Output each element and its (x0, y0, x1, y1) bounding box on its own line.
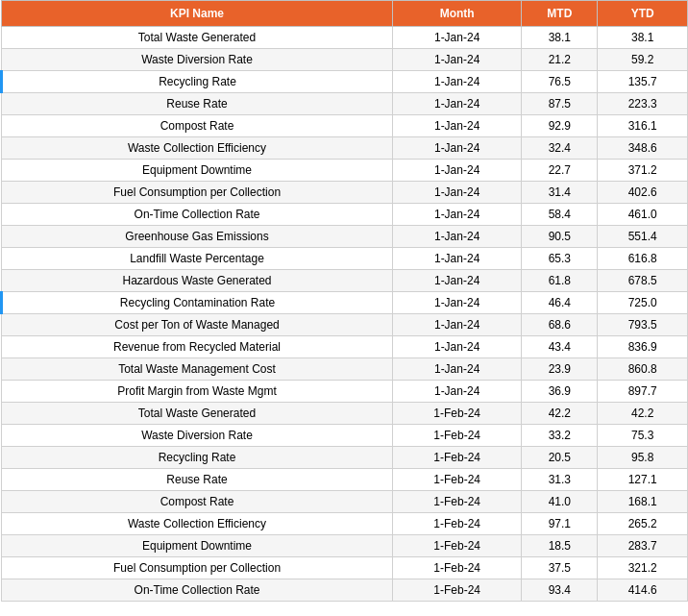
table-row: On-Time Collection Rate1-Jan-2458.4461.0 (2, 204, 688, 226)
table-cell: Reuse Rate (2, 93, 393, 115)
table-row: Recycling Rate1-Jan-2476.5135.7 (2, 71, 688, 93)
table-cell: 1-Feb-24 (393, 425, 522, 447)
table-cell: 793.5 (598, 314, 688, 336)
table-cell: Revenue from Recycled Material (2, 336, 393, 358)
table-row: Reuse Rate1-Jan-2487.5223.3 (2, 93, 688, 115)
table-cell: 321.2 (598, 557, 688, 579)
table-cell: 1-Jan-24 (393, 93, 522, 115)
table-cell: 36.9 (522, 381, 598, 403)
table-cell: 1-Jan-24 (393, 336, 522, 358)
table-cell: 1-Feb-24 (393, 513, 522, 535)
table-cell: 1-Jan-24 (393, 314, 522, 336)
table-cell: 75.3 (598, 425, 688, 447)
table-cell: Waste Collection Efficiency (2, 513, 393, 535)
table-row: Equipment Downtime1-Jan-2422.7371.2 (2, 160, 688, 182)
table-cell: 1-Jan-24 (393, 270, 522, 292)
table-cell: 1-Jan-24 (393, 27, 522, 49)
table-cell: 31.3 (522, 469, 598, 491)
table-cell: 58.4 (522, 204, 598, 226)
table-cell: 42.2 (598, 403, 688, 425)
table-cell: Recycling Rate (2, 71, 393, 93)
table-cell: 127.1 (598, 469, 688, 491)
table-cell: Equipment Downtime (2, 160, 393, 182)
table-cell: 1-Feb-24 (393, 403, 522, 425)
col-header-ytd: YTD (598, 1, 688, 27)
table-cell: 1-Feb-24 (393, 447, 522, 469)
table-row: Compost Rate1-Feb-2441.0168.1 (2, 491, 688, 513)
table-cell: 20.5 (522, 447, 598, 469)
col-header-mtd: MTD (522, 1, 598, 27)
table-cell: Landfill Waste Percentage (2, 248, 393, 270)
table-cell: 76.5 (522, 71, 598, 93)
table-cell: On-Time Collection Rate (2, 204, 393, 226)
table-cell: 1-Jan-24 (393, 137, 522, 160)
table-cell: Waste Diversion Rate (2, 425, 393, 447)
table-cell: 1-Jan-24 (393, 71, 522, 93)
table-cell: Cost per Ton of Waste Managed (2, 314, 393, 336)
table-cell: 93.4 (522, 579, 598, 602)
table-cell: Profit Margin from Waste Mgmt (2, 381, 393, 403)
table-row: Waste Diversion Rate1-Feb-2433.275.3 (2, 425, 688, 447)
table-cell: 551.4 (598, 226, 688, 248)
table-cell: 1-Jan-24 (393, 248, 522, 270)
table-row: Reuse Rate1-Feb-2431.3127.1 (2, 469, 688, 491)
table-cell: 37.5 (522, 557, 598, 579)
table-cell: Fuel Consumption per Collection (2, 182, 393, 204)
table-cell: 38.1 (598, 27, 688, 49)
table-row: Recycling Contamination Rate1-Jan-2446.4… (2, 292, 688, 314)
table-cell: 1-Feb-24 (393, 557, 522, 579)
table-cell: 1-Feb-24 (393, 535, 522, 557)
table-row: Waste Collection Efficiency1-Feb-2497.12… (2, 513, 688, 535)
table-cell: 65.3 (522, 248, 598, 270)
table-row: Greenhouse Gas Emissions1-Jan-2490.5551.… (2, 226, 688, 248)
table-cell: 1-Jan-24 (393, 204, 522, 226)
table-cell: 1-Jan-24 (393, 49, 522, 71)
table-cell: 1-Jan-24 (393, 381, 522, 403)
table-cell: 46.4 (522, 292, 598, 314)
table-cell: 68.6 (522, 314, 598, 336)
table-row: Fuel Consumption per Collection1-Feb-243… (2, 557, 688, 579)
table-cell: 1-Jan-24 (393, 182, 522, 204)
table-row: Landfill Waste Percentage1-Jan-2465.3616… (2, 248, 688, 270)
table-cell: 616.8 (598, 248, 688, 270)
table-cell: 1-Jan-24 (393, 226, 522, 248)
table-cell: 316.1 (598, 115, 688, 137)
table-row: Cost per Ton of Waste Managed1-Jan-2468.… (2, 314, 688, 336)
table-cell: 1-Feb-24 (393, 491, 522, 513)
table-cell: 836.9 (598, 336, 688, 358)
table-cell: 23.9 (522, 358, 598, 381)
table-cell: 860.8 (598, 358, 688, 381)
table-row: Waste Collection Efficiency1-Jan-2432.43… (2, 137, 688, 160)
col-header-kpi: KPI Name (2, 1, 393, 27)
table-cell: 223.3 (598, 93, 688, 115)
table-cell: 41.0 (522, 491, 598, 513)
table-cell: 1-Jan-24 (393, 115, 522, 137)
table-cell: Waste Diversion Rate (2, 49, 393, 71)
kpi-table: KPI Name Month MTD YTD Total Waste Gener… (0, 0, 688, 602)
table-row: Total Waste Management Cost1-Jan-2423.98… (2, 358, 688, 381)
table-row: Fuel Consumption per Collection1-Jan-243… (2, 182, 688, 204)
table-cell: Fuel Consumption per Collection (2, 557, 393, 579)
table-cell: 461.0 (598, 204, 688, 226)
table-cell: Total Waste Generated (2, 403, 393, 425)
table-cell: 42.2 (522, 403, 598, 425)
table-cell: Total Waste Management Cost (2, 358, 393, 381)
table-cell: Compost Rate (2, 115, 393, 137)
table-row: Waste Diversion Rate1-Jan-2421.259.2 (2, 49, 688, 71)
table-cell: Hazardous Waste Generated (2, 270, 393, 292)
table-cell: Waste Collection Efficiency (2, 137, 393, 160)
table-cell: Greenhouse Gas Emissions (2, 226, 393, 248)
table-cell: 1-Jan-24 (393, 160, 522, 182)
table-cell: 348.6 (598, 137, 688, 160)
table-row: Total Waste Generated1-Feb-2442.242.2 (2, 403, 688, 425)
table-cell: 21.2 (522, 49, 598, 71)
table-cell: Total Waste Generated (2, 27, 393, 49)
table-cell: 265.2 (598, 513, 688, 535)
table-row: Total Waste Generated1-Jan-2438.138.1 (2, 27, 688, 49)
table-cell: 22.7 (522, 160, 598, 182)
table-cell: 61.8 (522, 270, 598, 292)
table-cell: 87.5 (522, 93, 598, 115)
table-cell: 59.2 (598, 49, 688, 71)
table-cell: 371.2 (598, 160, 688, 182)
table-cell: 135.7 (598, 71, 688, 93)
